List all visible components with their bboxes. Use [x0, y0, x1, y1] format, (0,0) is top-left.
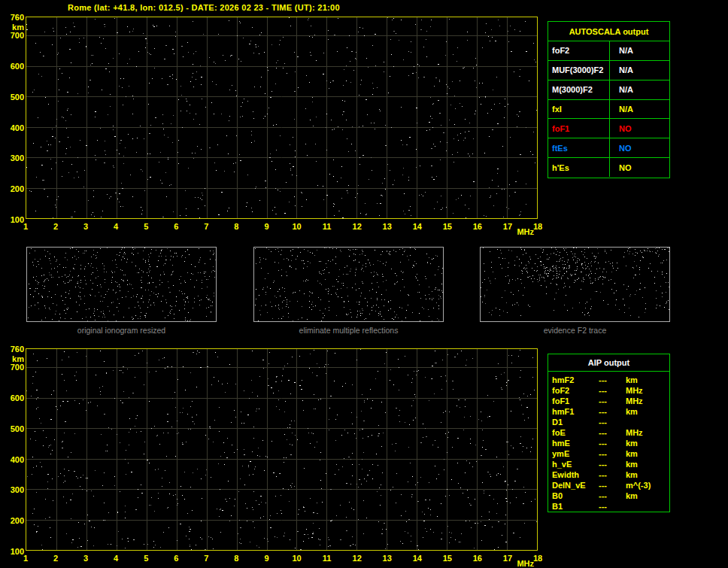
autoscala-table-title: AUTOSCALA output [548, 22, 669, 41]
aip-row-label: hmE [552, 439, 599, 449]
row-value: N/A [610, 105, 633, 114]
aip-row-label: ymE [552, 449, 599, 460]
aip-table-row: h_vE---km [552, 460, 669, 470]
y-axis-unit: km [3, 355, 24, 363]
row-value: N/A [610, 65, 633, 74]
x-tick-label: 15 [443, 222, 452, 231]
autoscala-app-window: Rome (lat: +41.8, lon: 012.5) - DATE: 20… [0, 0, 728, 568]
x-tick-label: 5 [144, 554, 148, 563]
y-axis-bottom: 760700600500400300200100km [3, 348, 24, 551]
aip-row-value: --- [599, 449, 626, 460]
aip-row-unit: MHz [626, 396, 643, 407]
x-tick-label: 6 [174, 222, 178, 231]
aip-row-unit: km [626, 407, 638, 418]
x-tick-label: 7 [204, 222, 208, 231]
y-tick-label: 200 [3, 517, 24, 524]
aip-row-unit: MHz [626, 386, 643, 396]
row-label: h'Es [548, 158, 610, 177]
y-tick-label: 100 [3, 216, 24, 223]
aip-table-row: B1--- [552, 502, 669, 512]
ionogram-plot-top [26, 17, 538, 219]
aip-row-value: --- [599, 460, 626, 470]
aip-row-value: --- [599, 481, 626, 491]
aip-row-label: hmF1 [552, 407, 599, 418]
x-tick-label: 4 [114, 554, 118, 563]
x-tick-label: 8 [234, 222, 238, 231]
aip-row-unit: m^(-3) [626, 481, 651, 491]
y-tick-label: 300 [3, 486, 24, 494]
aip-table-row: D1--- [552, 418, 669, 428]
panel-caption-f2trace: evidence F2 trace [480, 326, 670, 335]
aip-output-table: AIP output hmF2---kmfoF2---MHzfoF1---MHz… [548, 354, 670, 512]
aip-row-unit: km [626, 375, 638, 386]
row-value: NO [610, 124, 632, 133]
panel-evidence-f2-trace [480, 247, 670, 322]
aip-row-label: foE [552, 428, 599, 439]
y-axis-unit: km [3, 23, 24, 31]
x-tick-label: 3 [83, 222, 88, 231]
ionogram-noise-canvas-bottom [26, 349, 537, 550]
aip-table-row: hmE---km [552, 439, 669, 449]
panel-noise-canvas-original [27, 248, 216, 321]
autoscala-table-rows: foF2N/AMUF(3000)F2N/AM(3000)F2N/AfxIN/Af… [548, 41, 669, 177]
row-label: foF1 [548, 119, 610, 138]
row-label: foF2 [548, 41, 610, 60]
autoscala-table-row: foF2N/A [548, 41, 669, 60]
panel-eliminate-reflections [253, 247, 444, 322]
aip-table-row: foF2---MHz [552, 386, 669, 396]
row-value: NO [610, 163, 632, 172]
x-tick-label: 18 [533, 222, 542, 231]
x-tick-label: 17 [503, 554, 512, 563]
x-tick-label: 16 [473, 222, 482, 231]
y-tick-label: 600 [3, 62, 24, 70]
x-tick-label: 13 [383, 554, 392, 563]
x-tick-label: 6 [174, 554, 178, 563]
aip-table-row: foF1---MHz [552, 396, 669, 407]
y-tick-label: 500 [3, 93, 24, 101]
y-tick-label: 700 [3, 363, 24, 371]
x-tick-label: 10 [292, 222, 301, 231]
y-tick-label: 760 [3, 345, 24, 353]
aip-row-label: Ewidth [552, 470, 599, 481]
x-tick-label: 1 [23, 222, 28, 231]
row-value: NO [610, 144, 632, 153]
y-tick-label: 700 [3, 32, 24, 39]
x-tick-label: 18 [533, 554, 542, 563]
x-tick-label: 12 [353, 222, 362, 231]
aip-row-unit: km [626, 470, 638, 481]
panel-noise-canvas-reflections [254, 248, 443, 321]
autoscala-output-table: AUTOSCALA output foF2N/AMUF(3000)F2N/AM(… [548, 21, 670, 178]
y-tick-label: 100 [3, 548, 24, 555]
x-tick-label: 17 [503, 222, 512, 231]
aip-row-label: B0 [552, 491, 599, 502]
aip-table-title: AIP output [548, 354, 669, 372]
aip-row-unit: km [626, 460, 638, 470]
x-axis-unit: MHz [517, 227, 534, 236]
aip-row-value: --- [599, 470, 626, 481]
page-title: Rome (lat: +41.8, lon: 012.5) - DATE: 20… [68, 3, 340, 12]
x-tick-label: 7 [204, 554, 208, 563]
x-tick-label: 9 [264, 222, 268, 231]
x-tick-label: 3 [83, 554, 88, 563]
x-tick-label: 11 [323, 222, 332, 231]
x-tick-label: 13 [383, 222, 392, 231]
x-axis-bottom: 123456789101112131415161718MHz [26, 554, 538, 567]
aip-row-value: --- [599, 439, 626, 449]
panel-caption-reflections: eliminate multiple reflections [253, 326, 444, 335]
panel-noise-canvas-f2trace [481, 248, 669, 321]
y-tick-label: 400 [3, 456, 24, 463]
autoscala-table-row: h'EsNO [548, 157, 669, 177]
y-tick-label: 500 [3, 425, 24, 433]
aip-table-row: hmF1---km [552, 407, 669, 418]
y-tick-label: 300 [3, 154, 24, 162]
row-label: fxI [548, 100, 610, 119]
x-tick-label: 15 [443, 554, 452, 563]
aip-row-unit: km [626, 491, 638, 502]
x-tick-label: 11 [323, 554, 332, 563]
aip-row-unit: km [626, 449, 638, 460]
aip-row-value: --- [599, 428, 626, 439]
autoscala-table-row: foF1NO [548, 118, 669, 138]
autoscala-table-row: ftEsNO [548, 138, 669, 157]
x-tick-label: 14 [413, 222, 422, 231]
y-tick-label: 400 [3, 124, 24, 132]
